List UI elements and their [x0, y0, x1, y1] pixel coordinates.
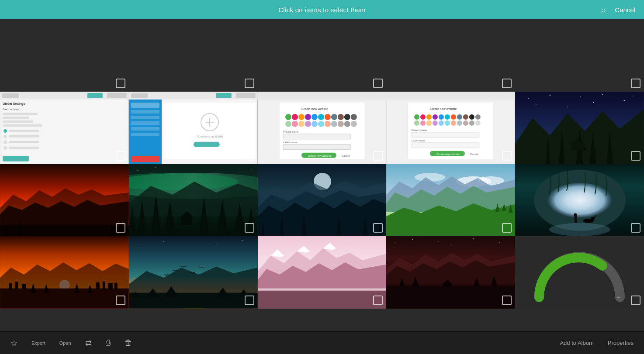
cell-checkbox[interactable] — [245, 79, 254, 88]
svg-point-96 — [469, 120, 474, 126]
cell-checkbox[interactable] — [245, 151, 254, 161]
cell-checkbox[interactable] — [373, 296, 383, 305]
svg-point-63 — [344, 121, 350, 127]
svg-marker-232 — [386, 286, 515, 309]
svg-rect-193 — [108, 283, 113, 289]
print-button[interactable]: ⎙ — [106, 338, 111, 347]
svg-rect-19 — [3, 156, 29, 162]
cell-checkbox[interactable] — [116, 223, 125, 233]
cell-checkbox[interactable] — [116, 79, 125, 88]
trash-button[interactable]: 🗑 — [125, 338, 132, 347]
grid-cell[interactable] — [258, 19, 387, 92]
star-icon: ☆ — [10, 338, 17, 348]
svg-rect-192 — [103, 282, 105, 289]
svg-rect-30 — [131, 127, 159, 131]
svg-point-240 — [576, 294, 583, 301]
svg-rect-3 — [87, 93, 103, 98]
grid-cell-orange-sunset[interactable] — [0, 236, 129, 309]
grid-cell[interactable] — [0, 19, 129, 92]
svg-point-226 — [439, 241, 440, 242]
svg-rect-101 — [412, 143, 479, 148]
grid-cell-green-mountains[interactable] — [386, 164, 515, 237]
grid-cell-ui4[interactable]: Create new website — [386, 92, 515, 164]
svg-rect-12 — [9, 130, 39, 132]
cell-checkbox[interactable] — [631, 296, 641, 305]
cell-checkbox[interactable] — [116, 296, 125, 305]
svg-point-83 — [457, 114, 462, 120]
grid-cell-teal-sunrise[interactable] — [129, 236, 258, 309]
svg-point-138 — [155, 167, 156, 168]
svg-point-61 — [331, 121, 337, 127]
svg-rect-22 — [131, 93, 148, 98]
toolbar-left: ☆ Export Open ⇄ ⎙ 🗑 — [10, 338, 560, 348]
grid-cell-ui3[interactable]: Create new website — [258, 92, 387, 164]
svg-point-224 — [395, 243, 396, 244]
svg-point-79 — [433, 114, 438, 120]
grid-cell-pink-mountains[interactable] — [258, 236, 387, 309]
svg-rect-25 — [129, 100, 162, 164]
cell-checkbox[interactable] — [116, 151, 125, 161]
trash-icon: 🗑 — [125, 338, 132, 347]
cell-checkbox[interactable] — [502, 223, 512, 233]
svg-rect-26 — [131, 103, 159, 108]
svg-text:Project name: Project name — [412, 129, 427, 131]
svg-rect-8 — [3, 117, 29, 119]
svg-point-93 — [451, 120, 456, 126]
grid-row-4 — [0, 236, 644, 309]
svg-rect-4 — [107, 93, 127, 98]
cell-checkbox[interactable] — [502, 151, 512, 161]
share-button[interactable]: ⇄ — [85, 338, 92, 348]
cell-checkbox[interactable] — [373, 79, 383, 88]
svg-text:Cancel: Cancel — [470, 153, 478, 155]
add-to-album-button[interactable]: Add to Album — [560, 340, 593, 346]
grid-cell-night-sky[interactable] — [515, 92, 644, 164]
grid-cell-teal-mountains[interactable] — [258, 164, 387, 237]
cell-checkbox[interactable] — [245, 296, 254, 305]
svg-point-43 — [285, 114, 291, 120]
cell-checkbox[interactable] — [373, 223, 383, 233]
svg-rect-123 — [581, 140, 583, 143]
grid-cell-gauge[interactable] — [515, 236, 644, 309]
cell-checkbox[interactable] — [373, 151, 383, 161]
svg-point-53 — [350, 114, 357, 120]
photo-grid: Global Settings Basic settings — [0, 19, 644, 331]
svg-rect-99 — [412, 132, 479, 137]
cell-checkbox[interactable] — [631, 223, 641, 233]
open-button[interactable]: Open — [59, 340, 71, 346]
svg-rect-31 — [131, 133, 159, 136]
cell-checkbox[interactable] — [631, 79, 641, 88]
cell-checkbox[interactable] — [502, 296, 512, 305]
grid-cell-ui1[interactable]: Global Settings Basic settings — [0, 92, 129, 164]
grid-cell-sunset-red[interactable] — [0, 164, 129, 237]
svg-point-202 — [163, 241, 164, 242]
cell-checkbox[interactable] — [631, 151, 641, 161]
svg-point-60 — [324, 121, 330, 127]
cancel-button[interactable]: Cancel — [615, 6, 635, 14]
bottom-toolbar: ☆ Export Open ⇄ ⎙ 🗑 Add to Album Propert… — [0, 331, 644, 354]
cell-checkbox[interactable] — [245, 223, 254, 233]
grid-cell[interactable] — [129, 19, 258, 92]
star-button[interactable]: ☆ — [10, 338, 17, 348]
cell-checkbox[interactable] — [502, 79, 512, 88]
export-button[interactable]: Export — [31, 340, 45, 346]
svg-text:Global Settings: Global Settings — [3, 102, 25, 106]
svg-point-124 — [584, 148, 586, 151]
svg-point-221 — [367, 246, 367, 247]
grid-cell[interactable] — [386, 19, 515, 92]
properties-button[interactable]: Properties — [608, 340, 634, 346]
svg-rect-40 — [258, 92, 387, 100]
grid-row-1 — [0, 19, 644, 92]
grid-cell-night-forest[interactable] — [129, 164, 258, 237]
svg-rect-68 — [283, 144, 351, 150]
grid-cell[interactable] — [515, 19, 644, 92]
svg-point-48 — [318, 114, 324, 120]
grid-cell-dark-mountains[interactable] — [386, 236, 515, 309]
svg-text:Create new website: Create new website — [308, 155, 331, 157]
grid-cell-ui2[interactable]: No events available — [129, 92, 258, 164]
svg-point-89 — [426, 120, 432, 126]
svg-point-228 — [499, 243, 500, 244]
search-icon[interactable]: ⌕ — [601, 5, 606, 14]
svg-point-81 — [445, 114, 450, 120]
svg-rect-16 — [9, 141, 39, 143]
grid-cell-cave[interactable] — [515, 164, 644, 237]
